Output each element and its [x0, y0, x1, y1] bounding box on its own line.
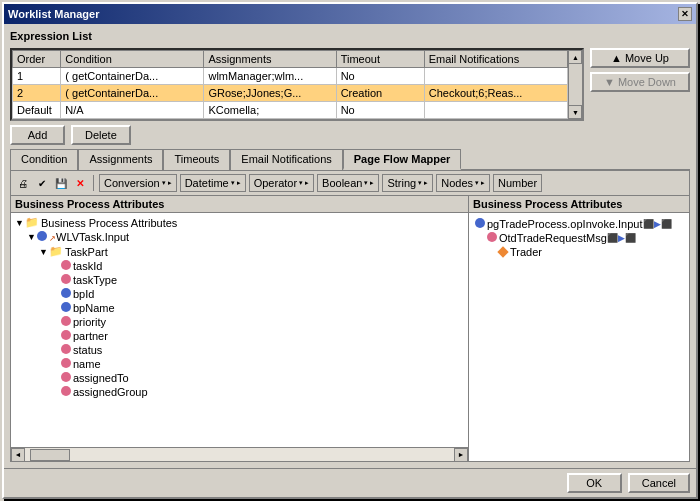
conversion-arrow2: ▸ [168, 179, 172, 187]
tab-email-notifications[interactable]: Email Notifications [230, 149, 342, 170]
left-tree-item[interactable]: taskType [13, 273, 466, 287]
tab-assignments[interactable]: Assignments [78, 149, 163, 170]
boolean-arrow: ▾ [364, 179, 368, 187]
tree-icon-node_pink [61, 316, 73, 328]
tree-toggle[interactable]: ▼ [39, 247, 49, 257]
right-pane-header: Business Process Attributes [469, 196, 689, 213]
col-email: Email Notifications [424, 51, 567, 68]
expression-table: Order Condition Assignments Timeout Emai… [12, 50, 568, 119]
left-tree-item[interactable]: name [13, 357, 466, 371]
move-down-button[interactable]: ▼ Move Down [590, 72, 690, 92]
tree-icon-node_pink [61, 274, 73, 286]
left-tree-item[interactable]: bpId [13, 287, 466, 301]
ok-button[interactable]: OK [567, 473, 622, 493]
nodes-dropdown[interactable]: Nodes ▾ ▸ [436, 174, 490, 192]
tree-item-label: bpId [73, 288, 94, 300]
conversion-arrow: ▾ [162, 179, 166, 187]
main-content: Expression List Order Condition Assignme… [4, 24, 696, 468]
add-button[interactable]: Add [10, 125, 65, 145]
move-up-button[interactable]: ▲ Move Up [590, 48, 690, 68]
boolean-dropdown[interactable]: Boolean ▾ ▸ [317, 174, 379, 192]
left-tree: ▼📁Business Process Attributes▼↗WLVTask.I… [11, 213, 468, 401]
h-scroll-thumb[interactable] [30, 449, 70, 461]
left-tree-item[interactable]: ▼↗WLVTask.Input [13, 230, 466, 244]
nodes-label: Nodes [441, 177, 473, 189]
left-tree-item[interactable]: taskId [13, 259, 466, 273]
datetime-dropdown[interactable]: Datetime ▾ ▸ [180, 174, 246, 192]
left-pane: Business Process Attributes ▼📁Business P… [11, 196, 469, 461]
print-icon[interactable]: 🖨 [15, 175, 31, 191]
table-row[interactable]: DefaultN/AKComella;No [13, 102, 568, 119]
titlebar: Worklist Manager ✕ [4, 4, 696, 24]
col-timeout: Timeout [336, 51, 424, 68]
tabs-row: ConditionAssignmentsTimeoutsEmail Notifi… [10, 149, 690, 171]
left-tree-item[interactable]: ▼📁Business Process Attributes [13, 215, 466, 230]
toolbar-sep-1 [93, 175, 94, 191]
h-scroll-left-btn[interactable]: ◄ [11, 448, 25, 462]
right-tree-item[interactable]: OtdTradeRequestMsg ⬛▶⬛ [473, 231, 685, 245]
cell-order: 1 [13, 68, 61, 85]
delete-button[interactable]: Delete [71, 125, 131, 145]
cell-timeout: Creation [336, 85, 424, 102]
cell-assignments: wlmManager;wlm... [204, 68, 336, 85]
tree-item-label: bpName [73, 302, 115, 314]
tab-timeouts[interactable]: Timeouts [163, 149, 230, 170]
right-tree-item-label: OtdTradeRequestMsg [499, 232, 607, 244]
left-tree-item[interactable]: partner [13, 329, 466, 343]
tree-icon-node_pink [61, 330, 73, 342]
scroll-down-btn[interactable]: ▼ [568, 105, 582, 119]
table-section: Order Condition Assignments Timeout Emai… [10, 48, 690, 121]
table-row[interactable]: 2( getContainerDa...GRose;JJones;G...Cre… [13, 85, 568, 102]
left-tree-item[interactable]: status [13, 343, 466, 357]
cell-assignments: GRose;JJones;G... [204, 85, 336, 102]
cancel-button[interactable]: Cancel [628, 473, 690, 493]
tab-page-flow-mapper[interactable]: Page Flow Mapper [343, 149, 462, 170]
table-scroll: Order Condition Assignments Timeout Emai… [12, 50, 568, 119]
close-button[interactable]: ✕ [678, 7, 692, 21]
left-tree-item[interactable]: ▼📁TaskPart [13, 244, 466, 259]
tree-item-label: name [73, 358, 101, 370]
right-tree-icon-node_pink [487, 232, 499, 244]
left-tree-item[interactable]: assignedTo [13, 371, 466, 385]
cell-order: Default [13, 102, 61, 119]
scroll-thumb[interactable] [569, 64, 582, 105]
right-tree-suffix-icons: ⬛▶⬛ [607, 233, 636, 243]
tree-toggle[interactable]: ▼ [27, 232, 37, 242]
operator-arrow2: ▸ [305, 179, 309, 187]
right-tree-item-label: pgTradeProcess.opInvoke.Input [487, 218, 643, 230]
cell-condition: ( getContainerDa... [61, 85, 204, 102]
tree-item-label: partner [73, 330, 108, 342]
h-scroll-right-btn[interactable]: ► [454, 448, 468, 462]
main-window: Worklist Manager ✕ Expression List Order… [2, 2, 698, 499]
delete-icon[interactable]: ✕ [72, 175, 88, 191]
col-condition: Condition [61, 51, 204, 68]
string-label: String [387, 177, 416, 189]
conversion-dropdown[interactable]: Conversion ▾ ▸ [99, 174, 177, 192]
right-tree-item[interactable]: pgTradeProcess.opInvoke.Input ⬛▶⬛ [473, 217, 685, 231]
nodes-arrow2: ▸ [481, 179, 485, 187]
right-tree-item[interactable]: Trader [473, 245, 685, 259]
tab-condition[interactable]: Condition [10, 149, 78, 170]
tree-item-label: WLVTask.Input [56, 231, 129, 243]
tree-icon-node_pink [61, 358, 73, 370]
window-title: Worklist Manager [8, 8, 100, 20]
conversion-label: Conversion [104, 177, 160, 189]
cell-condition: ( getContainerDa... [61, 68, 204, 85]
scroll-up-btn[interactable]: ▲ [568, 50, 582, 64]
left-tree-item[interactable]: assignedGroup [13, 385, 466, 399]
left-tree-item[interactable]: bpName [13, 301, 466, 315]
h-scrollbar[interactable]: ◄ ► [11, 447, 468, 461]
right-pane-scroll: pgTradeProcess.opInvoke.Input ⬛▶⬛OtdTrad… [469, 213, 689, 461]
string-dropdown[interactable]: String ▾ ▸ [382, 174, 433, 192]
check-icon[interactable]: ✔ [34, 175, 50, 191]
left-tree-item[interactable]: priority [13, 315, 466, 329]
table-row[interactable]: 1( getContainerDa...wlmManager;wlm...No [13, 68, 568, 85]
tree-icon-node_pink [61, 372, 73, 384]
tree-toggle[interactable]: ▼ [15, 218, 25, 228]
tree-icon-folder: 📁 [25, 216, 39, 229]
number-dropdown[interactable]: Number [493, 174, 542, 192]
save-icon[interactable]: 💾 [53, 175, 69, 191]
vertical-scrollbar[interactable]: ▲ ▼ [568, 50, 582, 119]
bottom-row: OK Cancel [4, 468, 696, 497]
operator-dropdown[interactable]: Operator ▾ ▸ [249, 174, 314, 192]
